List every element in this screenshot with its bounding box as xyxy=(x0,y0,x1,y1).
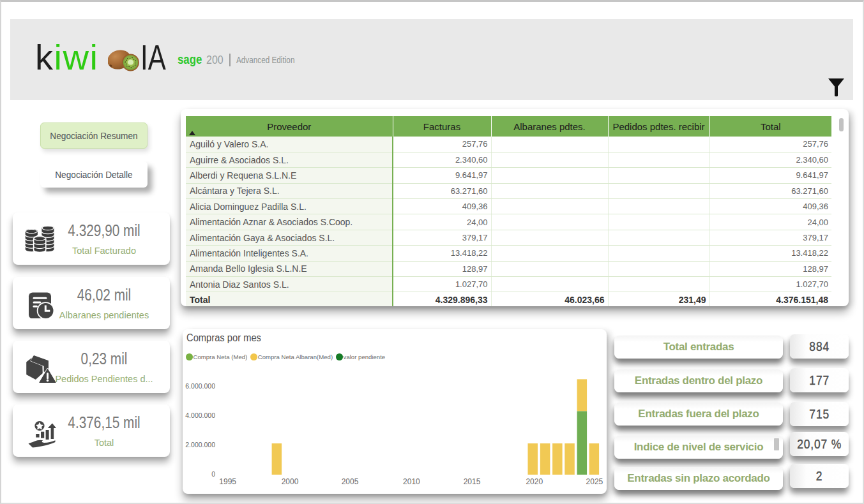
svg-text:2025: 2025 xyxy=(586,477,603,486)
svg-text:4.000.000: 4.000.000 xyxy=(185,411,215,419)
svg-text:2005: 2005 xyxy=(342,477,359,486)
svg-text:1995: 1995 xyxy=(219,477,236,486)
svg-text:6.000.000: 6.000.000 xyxy=(185,382,215,390)
svg-text:0: 0 xyxy=(211,470,215,478)
svg-text:2.000.000: 2.000.000 xyxy=(185,441,215,448)
svg-text:2015: 2015 xyxy=(464,477,481,486)
svg-text:2010: 2010 xyxy=(403,477,420,486)
svg-text:2000: 2000 xyxy=(282,477,299,486)
svg-text:2020: 2020 xyxy=(526,477,543,486)
